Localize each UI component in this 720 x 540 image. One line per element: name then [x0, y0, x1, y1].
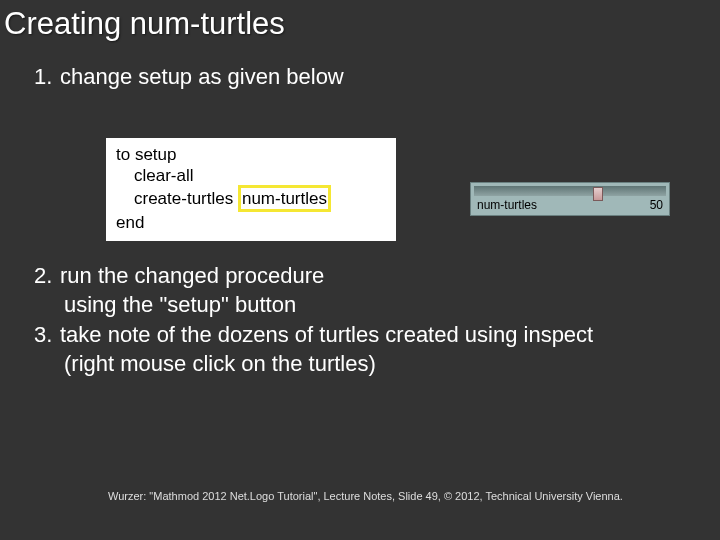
- code-block: to setup clear-all create-turtles num-tu…: [106, 138, 396, 241]
- step-2-number: 2.: [34, 262, 60, 291]
- step-3-text-line1: take note of the dozens of turtles creat…: [60, 322, 593, 347]
- code-line-3-prefix: create-turtles: [134, 189, 238, 208]
- slider-value: 50: [650, 198, 663, 212]
- step-1-number: 1.: [34, 64, 60, 90]
- step-1-text: change setup as given below: [60, 64, 344, 89]
- step-1: 1.change setup as given below: [34, 64, 720, 90]
- num-turtles-slider[interactable]: num-turtles 50: [470, 182, 670, 216]
- step-3: 3.take note of the dozens of turtles cre…: [34, 321, 593, 378]
- step-2-text-line2: using the "setup" button: [34, 291, 593, 320]
- step-2: 2.run the changed procedure using the "s…: [34, 262, 593, 319]
- code-line-3: create-turtles num-turtles: [116, 187, 386, 212]
- code-line-4: end: [116, 212, 386, 233]
- slider-track[interactable]: [474, 186, 666, 196]
- step-3-number: 3.: [34, 321, 60, 350]
- step-2-text-line1: run the changed procedure: [60, 263, 324, 288]
- slider-label: num-turtles: [477, 198, 537, 212]
- footer-text: Wurzer: "Mathmod 2012 Net.Logo Tutorial"…: [108, 490, 623, 502]
- slider-thumb[interactable]: [593, 187, 603, 201]
- code-line-2: clear-all: [116, 165, 386, 186]
- step-3-text-line2: (right mouse click on the turtles): [34, 350, 593, 379]
- page-title: Creating num-turtles: [0, 0, 720, 42]
- code-line-1: to setup: [116, 144, 386, 165]
- code-highlight: num-turtles: [238, 185, 331, 212]
